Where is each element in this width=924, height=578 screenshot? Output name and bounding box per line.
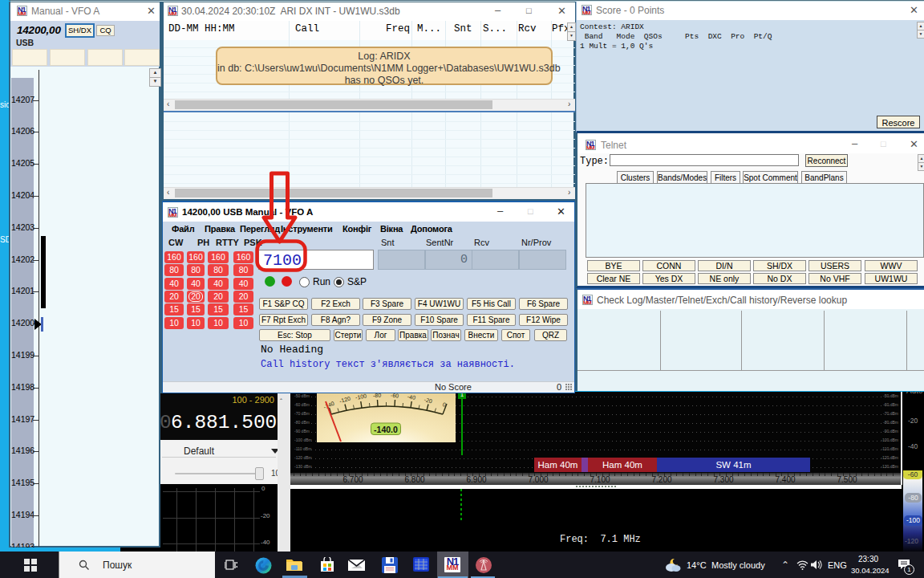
svg-text:-60: -60 (391, 393, 399, 398)
svg-text:-140.0: -140.0 (374, 425, 398, 434)
svg-text:-80: -80 (373, 393, 382, 398)
